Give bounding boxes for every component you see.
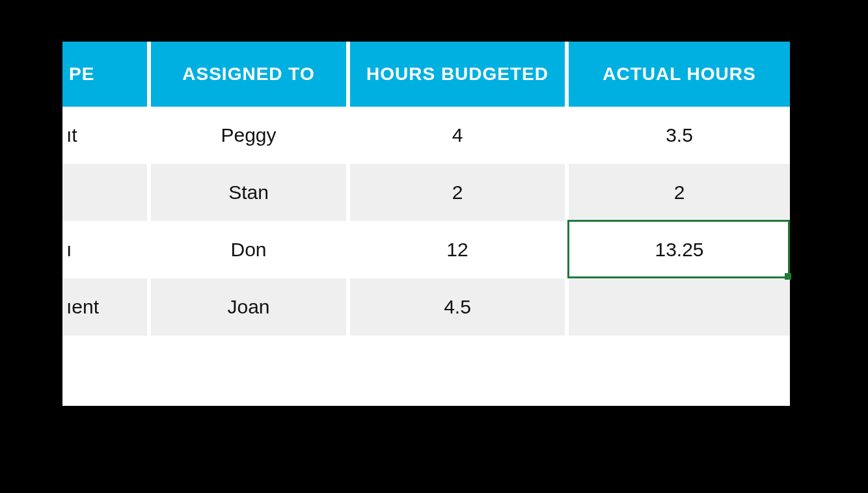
cell-budgeted[interactable] [350,336,569,393]
header-actual[interactable]: ACTUAL HOURS [569,42,790,107]
cell-actual[interactable]: 13.25 [569,221,790,278]
cell-type[interactable]: ıt [62,107,151,164]
cell-budgeted[interactable]: 12 [350,221,569,278]
cell-assigned[interactable]: Peggy [151,107,350,164]
table-row-empty [62,336,790,393]
cell-actual[interactable] [569,278,790,336]
cell-budgeted[interactable]: 4.5 [350,278,569,336]
table-header-row: PE ASSIGNED TO HOURS BUDGETED ACTUAL HOU… [62,42,790,107]
header-assigned[interactable]: ASSIGNED TO [151,42,350,107]
cell-assigned[interactable]: Don [151,221,350,278]
cell-assigned[interactable]: Stan [151,164,350,221]
cell-budgeted[interactable]: 4 [350,107,569,164]
hours-table: PE ASSIGNED TO HOURS BUDGETED ACTUAL HOU… [62,42,790,393]
table-row: Stan 2 2 [62,164,790,221]
cell-type[interactable]: ıent [62,278,151,336]
header-budgeted[interactable]: HOURS BUDGETED [350,42,569,107]
cell-assigned[interactable] [151,336,350,393]
cell-type[interactable] [62,164,151,221]
cell-assigned[interactable]: Joan [151,278,350,336]
cell-budgeted[interactable]: 2 [350,164,569,221]
table-row: ıent Joan 4.5 [62,278,790,336]
header-type[interactable]: PE [62,42,151,107]
cell-actual[interactable]: 2 [569,164,790,221]
worksheet-panel: PE ASSIGNED TO HOURS BUDGETED ACTUAL HOU… [62,42,790,406]
cell-type[interactable] [62,336,151,393]
table-row: ıt Peggy 4 3.5 [62,107,790,164]
table-row: ı Don 12 13.25 [62,221,790,278]
cell-actual[interactable]: 3.5 [569,107,790,164]
cell-type[interactable]: ı [62,221,151,278]
cell-actual[interactable] [569,336,790,393]
